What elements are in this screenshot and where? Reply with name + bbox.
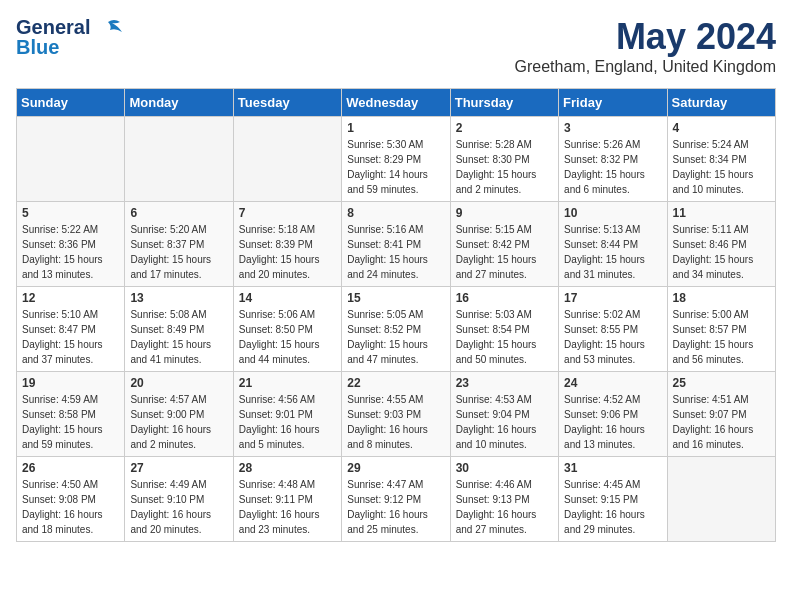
day-number: 6 — [130, 206, 227, 220]
location-subtitle: Greetham, England, United Kingdom — [515, 58, 776, 76]
day-info: Sunrise: 4:46 AM Sunset: 9:13 PM Dayligh… — [456, 477, 553, 537]
day-info: Sunrise: 4:48 AM Sunset: 9:11 PM Dayligh… — [239, 477, 336, 537]
day-number: 3 — [564, 121, 661, 135]
calendar-cell: 12Sunrise: 5:10 AM Sunset: 8:47 PM Dayli… — [17, 287, 125, 372]
calendar-cell: 21Sunrise: 4:56 AM Sunset: 9:01 PM Dayli… — [233, 372, 341, 457]
column-header-saturday: Saturday — [667, 89, 775, 117]
day-info: Sunrise: 5:26 AM Sunset: 8:32 PM Dayligh… — [564, 137, 661, 197]
calendar-cell: 15Sunrise: 5:05 AM Sunset: 8:52 PM Dayli… — [342, 287, 450, 372]
calendar-cell: 23Sunrise: 4:53 AM Sunset: 9:04 PM Dayli… — [450, 372, 558, 457]
calendar-cell — [667, 457, 775, 542]
day-number: 12 — [22, 291, 119, 305]
calendar-cell: 19Sunrise: 4:59 AM Sunset: 8:58 PM Dayli… — [17, 372, 125, 457]
column-header-wednesday: Wednesday — [342, 89, 450, 117]
day-info: Sunrise: 4:51 AM Sunset: 9:07 PM Dayligh… — [673, 392, 770, 452]
logo-bird-icon — [98, 18, 124, 40]
day-number: 29 — [347, 461, 444, 475]
calendar-cell: 3Sunrise: 5:26 AM Sunset: 8:32 PM Daylig… — [559, 117, 667, 202]
calendar-week-row: 26Sunrise: 4:50 AM Sunset: 9:08 PM Dayli… — [17, 457, 776, 542]
column-header-friday: Friday — [559, 89, 667, 117]
day-number: 9 — [456, 206, 553, 220]
day-info: Sunrise: 5:08 AM Sunset: 8:49 PM Dayligh… — [130, 307, 227, 367]
calendar-cell: 26Sunrise: 4:50 AM Sunset: 9:08 PM Dayli… — [17, 457, 125, 542]
day-number: 21 — [239, 376, 336, 390]
calendar-cell: 30Sunrise: 4:46 AM Sunset: 9:13 PM Dayli… — [450, 457, 558, 542]
day-info: Sunrise: 4:52 AM Sunset: 9:06 PM Dayligh… — [564, 392, 661, 452]
calendar-cell — [17, 117, 125, 202]
day-info: Sunrise: 4:50 AM Sunset: 9:08 PM Dayligh… — [22, 477, 119, 537]
calendar-cell: 1Sunrise: 5:30 AM Sunset: 8:29 PM Daylig… — [342, 117, 450, 202]
day-number: 2 — [456, 121, 553, 135]
day-number: 16 — [456, 291, 553, 305]
day-number: 20 — [130, 376, 227, 390]
calendar-cell: 6Sunrise: 5:20 AM Sunset: 8:37 PM Daylig… — [125, 202, 233, 287]
calendar-table: SundayMondayTuesdayWednesdayThursdayFrid… — [16, 88, 776, 542]
day-number: 31 — [564, 461, 661, 475]
day-info: Sunrise: 5:18 AM Sunset: 8:39 PM Dayligh… — [239, 222, 336, 282]
day-info: Sunrise: 5:20 AM Sunset: 8:37 PM Dayligh… — [130, 222, 227, 282]
day-info: Sunrise: 4:56 AM Sunset: 9:01 PM Dayligh… — [239, 392, 336, 452]
calendar-cell: 22Sunrise: 4:55 AM Sunset: 9:03 PM Dayli… — [342, 372, 450, 457]
day-info: Sunrise: 5:16 AM Sunset: 8:41 PM Dayligh… — [347, 222, 444, 282]
day-info: Sunrise: 4:59 AM Sunset: 8:58 PM Dayligh… — [22, 392, 119, 452]
day-info: Sunrise: 4:45 AM Sunset: 9:15 PM Dayligh… — [564, 477, 661, 537]
day-number: 1 — [347, 121, 444, 135]
day-number: 23 — [456, 376, 553, 390]
calendar-cell: 16Sunrise: 5:03 AM Sunset: 8:54 PM Dayli… — [450, 287, 558, 372]
calendar-cell: 7Sunrise: 5:18 AM Sunset: 8:39 PM Daylig… — [233, 202, 341, 287]
day-number: 28 — [239, 461, 336, 475]
calendar-cell: 8Sunrise: 5:16 AM Sunset: 8:41 PM Daylig… — [342, 202, 450, 287]
column-header-monday: Monday — [125, 89, 233, 117]
day-info: Sunrise: 4:57 AM Sunset: 9:00 PM Dayligh… — [130, 392, 227, 452]
day-number: 5 — [22, 206, 119, 220]
day-number: 13 — [130, 291, 227, 305]
column-header-sunday: Sunday — [17, 89, 125, 117]
calendar-cell: 13Sunrise: 5:08 AM Sunset: 8:49 PM Dayli… — [125, 287, 233, 372]
calendar-cell: 17Sunrise: 5:02 AM Sunset: 8:55 PM Dayli… — [559, 287, 667, 372]
day-number: 24 — [564, 376, 661, 390]
calendar-cell: 20Sunrise: 4:57 AM Sunset: 9:00 PM Dayli… — [125, 372, 233, 457]
day-info: Sunrise: 5:15 AM Sunset: 8:42 PM Dayligh… — [456, 222, 553, 282]
calendar-header-row: SundayMondayTuesdayWednesdayThursdayFrid… — [17, 89, 776, 117]
day-number: 15 — [347, 291, 444, 305]
column-header-thursday: Thursday — [450, 89, 558, 117]
day-info: Sunrise: 5:13 AM Sunset: 8:44 PM Dayligh… — [564, 222, 661, 282]
day-info: Sunrise: 5:02 AM Sunset: 8:55 PM Dayligh… — [564, 307, 661, 367]
day-info: Sunrise: 5:30 AM Sunset: 8:29 PM Dayligh… — [347, 137, 444, 197]
calendar-cell: 9Sunrise: 5:15 AM Sunset: 8:42 PM Daylig… — [450, 202, 558, 287]
calendar-cell: 5Sunrise: 5:22 AM Sunset: 8:36 PM Daylig… — [17, 202, 125, 287]
calendar-cell — [233, 117, 341, 202]
calendar-body: 1Sunrise: 5:30 AM Sunset: 8:29 PM Daylig… — [17, 117, 776, 542]
day-number: 8 — [347, 206, 444, 220]
calendar-cell: 14Sunrise: 5:06 AM Sunset: 8:50 PM Dayli… — [233, 287, 341, 372]
day-info: Sunrise: 5:24 AM Sunset: 8:34 PM Dayligh… — [673, 137, 770, 197]
day-info: Sunrise: 5:28 AM Sunset: 8:30 PM Dayligh… — [456, 137, 553, 197]
day-number: 22 — [347, 376, 444, 390]
day-number: 27 — [130, 461, 227, 475]
day-info: Sunrise: 5:00 AM Sunset: 8:57 PM Dayligh… — [673, 307, 770, 367]
calendar-cell: 18Sunrise: 5:00 AM Sunset: 8:57 PM Dayli… — [667, 287, 775, 372]
day-info: Sunrise: 4:49 AM Sunset: 9:10 PM Dayligh… — [130, 477, 227, 537]
logo: General Blue — [16, 16, 124, 58]
calendar-cell — [125, 117, 233, 202]
calendar-cell: 24Sunrise: 4:52 AM Sunset: 9:06 PM Dayli… — [559, 372, 667, 457]
day-number: 18 — [673, 291, 770, 305]
month-title: May 2024 — [515, 16, 776, 58]
calendar-cell: 27Sunrise: 4:49 AM Sunset: 9:10 PM Dayli… — [125, 457, 233, 542]
day-number: 11 — [673, 206, 770, 220]
day-number: 14 — [239, 291, 336, 305]
day-number: 26 — [22, 461, 119, 475]
day-info: Sunrise: 4:55 AM Sunset: 9:03 PM Dayligh… — [347, 392, 444, 452]
day-number: 17 — [564, 291, 661, 305]
calendar-cell: 4Sunrise: 5:24 AM Sunset: 8:34 PM Daylig… — [667, 117, 775, 202]
day-number: 4 — [673, 121, 770, 135]
calendar-cell: 25Sunrise: 4:51 AM Sunset: 9:07 PM Dayli… — [667, 372, 775, 457]
day-number: 19 — [22, 376, 119, 390]
day-info: Sunrise: 5:11 AM Sunset: 8:46 PM Dayligh… — [673, 222, 770, 282]
calendar-week-row: 12Sunrise: 5:10 AM Sunset: 8:47 PM Dayli… — [17, 287, 776, 372]
day-number: 25 — [673, 376, 770, 390]
calendar-cell: 2Sunrise: 5:28 AM Sunset: 8:30 PM Daylig… — [450, 117, 558, 202]
calendar-cell: 31Sunrise: 4:45 AM Sunset: 9:15 PM Dayli… — [559, 457, 667, 542]
calendar-cell: 10Sunrise: 5:13 AM Sunset: 8:44 PM Dayli… — [559, 202, 667, 287]
day-info: Sunrise: 5:05 AM Sunset: 8:52 PM Dayligh… — [347, 307, 444, 367]
